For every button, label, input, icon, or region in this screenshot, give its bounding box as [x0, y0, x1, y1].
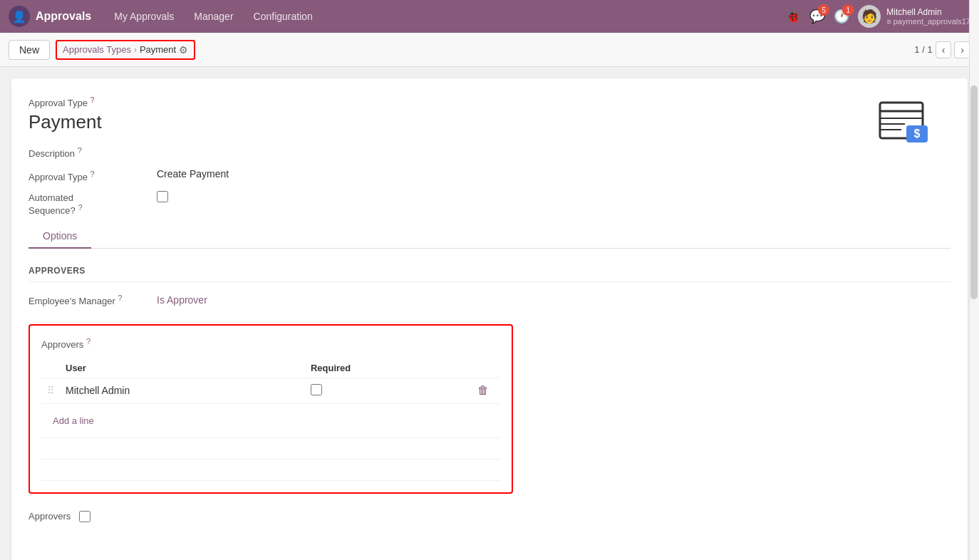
approval-type-label: Approval Type ?	[29, 95, 950, 108]
employees-manager-value: Is Approver	[157, 294, 207, 306]
required-cell	[305, 378, 472, 403]
employees-manager-row: Employee's Manager ? Is Approver	[29, 294, 950, 306]
action-col-header	[472, 358, 500, 378]
employees-manager-label: Employee's Manager ?	[29, 294, 157, 306]
required-col-header: Required	[305, 358, 472, 378]
page-title: Payment	[29, 111, 950, 133]
clock-icon[interactable]: 🕐 1	[834, 9, 849, 24]
prev-button[interactable]: ‹	[936, 41, 952, 58]
brand-avatar: 👤	[9, 6, 30, 27]
user-company: ≡ payment_approvals17	[886, 17, 970, 26]
approval-type-field-label: Approval Type ?	[29, 168, 157, 182]
brand-label: Approvals	[36, 10, 91, 23]
user-name-cell: Mitchell Admin	[66, 385, 130, 396]
empty-cell-2	[41, 459, 500, 480]
scrollbar-thumb[interactable]	[970, 85, 978, 299]
drag-col-header	[41, 358, 60, 378]
navbar: 👤 Approvals My Approvals Manager Configu…	[0, 0, 979, 33]
description-label: Description ?	[29, 145, 157, 159]
pagination: 1 / 1 ‹ ›	[914, 41, 970, 58]
user-name: Mitchell Admin	[886, 7, 970, 17]
bug-icon[interactable]: 🐞	[785, 9, 801, 24]
breadcrumb-parent[interactable]: Approvals Types	[63, 44, 131, 55]
tab-options[interactable]: Options	[29, 224, 91, 249]
empty-row-1	[41, 437, 500, 459]
bottom-approvers-label: Approvers	[29, 511, 71, 522]
breadcrumb-current: Payment ⚙	[140, 44, 188, 56]
add-line-row: Add a line	[41, 403, 500, 437]
approvers-box: Approvers ? User Required ⠿ Mitchell	[29, 324, 513, 494]
empty-row-2	[41, 459, 500, 480]
automated-sequence-checkbox	[157, 191, 168, 204]
approvers-table: User Required ⠿ Mitchell Admin	[41, 358, 500, 481]
user-col-header: User	[60, 358, 305, 378]
divider	[29, 281, 950, 282]
approval-type-section: Approval Type ? Payment	[29, 95, 950, 133]
nav-links: My Approvals Manager Configuration	[105, 6, 771, 26]
gear-icon[interactable]: ⚙	[179, 44, 188, 56]
approval-type-value: Create Payment	[157, 168, 229, 180]
page-info: 1 / 1	[914, 44, 932, 55]
tabs: Options	[29, 224, 950, 249]
nav-right: 🐞 💬 5 🕐 1 🧑 Mitchell Admin ≡ payment_app…	[785, 5, 970, 28]
drag-handle-cell: ⠿	[41, 378, 60, 403]
empty-cell-1	[41, 437, 500, 459]
approval-type-field-row: Approval Type ? Create Payment	[29, 168, 950, 182]
clock-badge: 1	[842, 4, 854, 16]
table-row: ⠿ Mitchell Admin 🗑	[41, 378, 500, 403]
approvers-section-header: APPROVERS	[29, 266, 950, 276]
scrollbar[interactable]	[969, 0, 979, 560]
breadcrumb-separator: ›	[134, 45, 137, 55]
user-avatar: 🧑	[858, 5, 881, 28]
bottom-approvers-row: Approvers	[29, 511, 950, 522]
main-content: $ Approval Type ? Payment Description ? …	[11, 78, 968, 560]
nav-my-approvals[interactable]: My Approvals	[105, 6, 182, 26]
action-bar: New Approvals Types › Payment ⚙ 1 / 1 ‹ …	[0, 33, 979, 67]
chat-icon[interactable]: 💬 5	[809, 9, 825, 24]
add-line-cell: Add a line	[41, 403, 500, 437]
brand[interactable]: 👤 Approvals	[9, 6, 91, 27]
description-row: Description ?	[29, 145, 950, 159]
nav-manager[interactable]: Manager	[185, 6, 242, 26]
nav-configuration[interactable]: Configuration	[245, 6, 321, 26]
approval-type-help[interactable]: ?	[90, 95, 95, 104]
next-button[interactable]: ›	[954, 41, 970, 58]
table-header-row: User Required	[41, 358, 500, 378]
new-button[interactable]: New	[9, 40, 50, 60]
add-line-button[interactable]: Add a line	[47, 410, 100, 432]
delete-cell: 🗑	[472, 378, 500, 403]
bottom-approvers-checkbox[interactable]	[79, 511, 90, 522]
approvers-box-header: Approvers ?	[41, 337, 500, 350]
automated-sequence-label: AutomatedSequence? ?	[29, 191, 157, 216]
user-info[interactable]: 🧑 Mitchell Admin ≡ payment_approvals17	[858, 5, 970, 28]
chat-badge: 5	[818, 4, 829, 16]
payment-icon: $	[876, 95, 933, 152]
automated-sequence-row: AutomatedSequence? ?	[29, 191, 950, 216]
svg-text:$: $	[914, 128, 921, 140]
user-details: Mitchell Admin ≡ payment_approvals17	[886, 7, 970, 26]
required-checkbox[interactable]	[311, 384, 322, 395]
user-cell: Mitchell Admin	[60, 378, 305, 403]
drag-handle-icon[interactable]: ⠿	[47, 385, 54, 396]
delete-icon[interactable]: 🗑	[477, 384, 489, 396]
breadcrumb: Approvals Types › Payment ⚙	[56, 40, 195, 60]
automated-sequence-input[interactable]	[157, 191, 168, 202]
